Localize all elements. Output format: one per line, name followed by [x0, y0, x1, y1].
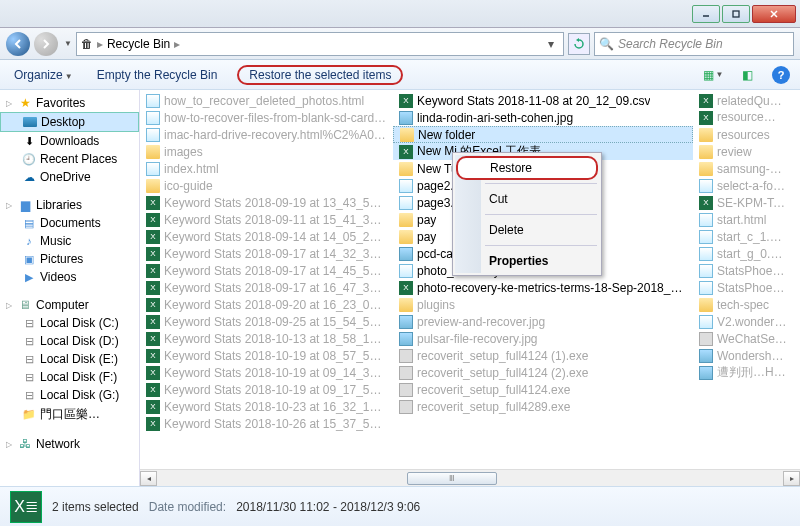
help-icon[interactable]: ?	[772, 66, 790, 84]
file-item[interactable]: linda-rodin-ari-seth-cohen.jpg	[393, 109, 693, 126]
sidebar-item-drive-g[interactable]: ⊟Local Disk (G:)	[0, 386, 139, 404]
file-item[interactable]: XKeyword Stats 2018-11-08 at 20_12_09.cs…	[393, 92, 693, 109]
file-item[interactable]: XSE-KPM-Tasks_V	[693, 194, 793, 211]
sidebar-item-music[interactable]: ♪Music	[0, 232, 139, 250]
file-item[interactable]: recoverit_setup_full4124 (1).exe	[393, 347, 693, 364]
refresh-button[interactable]	[568, 33, 590, 55]
file-item[interactable]: Xphoto-recovery-ke-metrics-terms-18-Sep-…	[393, 279, 693, 296]
file-item[interactable]: XKeyword Stats 2018-09-14 at 14_05_21.cs…	[140, 228, 393, 245]
file-item[interactable]: start_g_0.html	[693, 245, 793, 262]
file-item[interactable]: tech-spec	[693, 296, 793, 313]
file-item[interactable]: XKeyword Stats 2018-10-26 at 15_37_58.cs…	[140, 415, 393, 432]
context-menu-properties[interactable]: Properties	[455, 249, 599, 273]
preview-pane-icon[interactable]: ◧	[738, 66, 756, 84]
file-item[interactable]: XrelatedQueries.c	[693, 92, 793, 109]
file-item[interactable]: samsung-sd-car	[693, 160, 793, 177]
file-item[interactable]: select-a-format	[693, 177, 793, 194]
file-item[interactable]: resources	[693, 126, 793, 143]
file-item[interactable]: XKeyword Stats 2018-10-19 at 09_17_50.cs…	[140, 381, 393, 398]
file-item[interactable]: start.html	[693, 211, 793, 228]
minimize-button[interactable]	[692, 5, 720, 23]
scrollbar-track[interactable]: Ⅲ	[157, 471, 783, 486]
context-menu-delete[interactable]: Delete	[455, 218, 599, 242]
file-item[interactable]: XKeyword Stats 2018-09-17 at 16_47_32.cs…	[140, 279, 393, 296]
file-item[interactable]: imac-hard-drive-recovery.html%C2%A0%E	[140, 126, 393, 143]
file-item[interactable]: StatsPhoenixVie	[693, 279, 793, 296]
file-item[interactable]: index.html	[140, 160, 393, 177]
file-item[interactable]: how_to_recover_deleted_photos.html	[140, 92, 393, 109]
file-item[interactable]: XKeyword Stats 2018-09-17 at 14_32_36.cs…	[140, 245, 393, 262]
breadcrumb-location[interactable]: Recycle Bin	[107, 37, 170, 51]
address-dropdown-icon[interactable]: ▾	[543, 37, 559, 51]
csv-icon: X	[146, 230, 160, 244]
address-bar[interactable]: 🗑 ▸ Recycle Bin ▸ ▾	[76, 32, 564, 56]
favorites-heading[interactable]: ▷ ★ Favorites	[0, 94, 139, 112]
computer-heading[interactable]: ▷ 🖥 Computer	[0, 296, 139, 314]
file-item[interactable]: recoverit_setup_full4289.exe	[393, 398, 693, 415]
organize-button[interactable]: Organize▼	[10, 66, 77, 84]
empty-recycle-bin-button[interactable]: Empty the Recycle Bin	[93, 66, 222, 84]
file-item[interactable]: XKeyword Stats 2018-09-25 at 15_54_50.cs…	[140, 313, 393, 330]
history-dropdown-icon[interactable]: ▼	[64, 39, 72, 48]
back-button[interactable]	[6, 32, 30, 56]
sidebar-item-drive-e[interactable]: ⊟Local Disk (E:)	[0, 350, 139, 368]
horizontal-scrollbar[interactable]: ◂ Ⅲ ▸	[140, 469, 800, 486]
file-item[interactable]: Wondershare To	[693, 347, 793, 364]
file-item[interactable]: start_c_1.html	[693, 228, 793, 245]
file-name: Wondershare To	[717, 349, 787, 363]
file-item[interactable]: XKeyword Stats 2018-09-20 at 16_23_00.cs…	[140, 296, 393, 313]
img-icon	[399, 247, 413, 261]
network-heading[interactable]: ▷ 🖧 Network	[0, 435, 139, 453]
file-item[interactable]: review	[693, 143, 793, 160]
sidebar-item-extra[interactable]: 📁門口區樂…	[0, 404, 139, 425]
file-item[interactable]: ico-guide	[140, 177, 393, 194]
file-item[interactable]: plugins	[393, 296, 693, 313]
file-item[interactable]: XKeyword Stats 2018-09-19 at 13_43_53.cs…	[140, 194, 393, 211]
search-input[interactable]: 🔍 Search Recycle Bin	[594, 32, 794, 56]
sidebar-item-drive-c[interactable]: ⊟Local Disk (C:)	[0, 314, 139, 332]
file-item[interactable]: V2.wondershare	[693, 313, 793, 330]
close-button[interactable]	[752, 5, 796, 23]
restore-selected-button[interactable]: Restore the selected items	[237, 65, 403, 85]
navigation-pane[interactable]: ▷ ★ Favorites Desktop ⬇Downloads 🕘Recent…	[0, 90, 140, 486]
file-item[interactable]: images	[140, 143, 393, 160]
forward-button[interactable]	[34, 32, 58, 56]
file-item[interactable]: XKeyword Stats 2018-10-19 at 09_14_37.cs…	[140, 364, 393, 381]
libraries-heading[interactable]: ▷ ▆ Libraries	[0, 196, 139, 214]
sidebar-item-onedrive[interactable]: ☁OneDrive	[0, 168, 139, 186]
file-item[interactable]: Xresource列表.csv	[693, 109, 793, 126]
scrollbar-thumb[interactable]: Ⅲ	[407, 472, 497, 485]
file-item[interactable]: XKeyword Stats 2018-10-19 at 08_57_51.cs…	[140, 347, 393, 364]
file-item[interactable]: XKeyword Stats 2018-10-23 at 16_32_19.cs…	[140, 398, 393, 415]
context-menu-cut[interactable]: Cut	[455, 187, 599, 211]
maximize-button[interactable]	[722, 5, 750, 23]
file-item[interactable]: XKeyword Stats 2018-09-17 at 14_45_51.cs…	[140, 262, 393, 279]
view-options-icon[interactable]: ▦▼	[704, 66, 722, 84]
sidebar-item-downloads[interactable]: ⬇Downloads	[0, 132, 139, 150]
sidebar-item-videos[interactable]: ▶Videos	[0, 268, 139, 286]
file-item[interactable]: StatsPhoenixVie	[693, 262, 793, 279]
file-item[interactable]: 遭判刑…HDV？…	[693, 364, 793, 381]
file-list-pane[interactable]: how_to_recover_deleted_photos.htmlhow-to…	[140, 90, 800, 486]
scroll-right-icon[interactable]: ▸	[783, 471, 800, 486]
file-name: WeChatSetup.ex	[717, 332, 787, 346]
file-item[interactable]: recoverit_setup_full4124 (2).exe	[393, 364, 693, 381]
file-item[interactable]: XKeyword Stats 2018-10-13 at 18_58_14.cs…	[140, 330, 393, 347]
file-item[interactable]: preview-and-recover.jpg	[393, 313, 693, 330]
file-item[interactable]: WeChatSetup.ex	[693, 330, 793, 347]
file-item[interactable]: how-to-recover-files-from-blank-sd-card.…	[140, 109, 393, 126]
breadcrumb-arrow-icon[interactable]: ▸	[174, 37, 180, 51]
sidebar-item-pictures[interactable]: ▣Pictures	[0, 250, 139, 268]
context-menu-restore[interactable]: Restore	[456, 156, 598, 180]
sidebar-item-documents[interactable]: ▤Documents	[0, 214, 139, 232]
sidebar-item-desktop[interactable]: Desktop	[0, 112, 139, 132]
sidebar-item-drive-d[interactable]: ⊟Local Disk (D:)	[0, 332, 139, 350]
sidebar-item-drive-f[interactable]: ⊟Local Disk (F:)	[0, 368, 139, 386]
folder-icon	[399, 213, 413, 227]
file-item[interactable]: New folder	[393, 126, 693, 143]
sidebar-item-recent-places[interactable]: 🕘Recent Places	[0, 150, 139, 168]
scroll-left-icon[interactable]: ◂	[140, 471, 157, 486]
file-item[interactable]: XKeyword Stats 2018-09-11 at 15_41_37.cs…	[140, 211, 393, 228]
file-item[interactable]: pulsar-file-recovery.jpg	[393, 330, 693, 347]
file-item[interactable]: recoverit_setup_full4124.exe	[393, 381, 693, 398]
